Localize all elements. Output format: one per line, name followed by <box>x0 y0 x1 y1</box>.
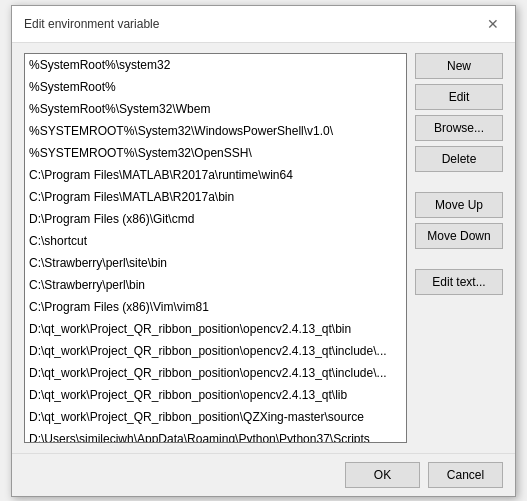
dialog-title: Edit environment variable <box>24 17 159 31</box>
list-item[interactable]: D:\Users\simileciwh\AppData\Roaming\Pyth… <box>25 428 406 443</box>
dialog: Edit environment variable ✕ %SystemRoot%… <box>11 5 516 497</box>
list-item[interactable]: C:\Program Files (x86)\Vim\vim81 <box>25 296 406 318</box>
edit-button[interactable]: Edit <box>415 84 503 110</box>
title-bar: Edit environment variable ✕ <box>12 6 515 43</box>
list-item[interactable]: %SYSTEMROOT%\System32\OpenSSH\ <box>25 142 406 164</box>
list-item[interactable]: %SystemRoot%\System32\Wbem <box>25 98 406 120</box>
list-item[interactable]: C:\Program Files\MATLAB\R2017a\bin <box>25 186 406 208</box>
list-item[interactable]: C:\shortcut <box>25 230 406 252</box>
cancel-button[interactable]: Cancel <box>428 462 503 488</box>
list-item[interactable]: %SYSTEMROOT%\System32\WindowsPowerShell\… <box>25 120 406 142</box>
list-item[interactable]: C:\Strawberry\perl\site\bin <box>25 252 406 274</box>
edit-text-button[interactable]: Edit text... <box>415 269 503 295</box>
move-down-button[interactable]: Move Down <box>415 223 503 249</box>
ok-button[interactable]: OK <box>345 462 420 488</box>
env-variable-list[interactable]: %SystemRoot%\system32%SystemRoot%%System… <box>24 53 407 443</box>
buttons-panel: New Edit Browse... Delete Move Up Move D… <box>415 53 503 443</box>
delete-button[interactable]: Delete <box>415 146 503 172</box>
list-item[interactable]: C:\Program Files\MATLAB\R2017a\runtime\w… <box>25 164 406 186</box>
list-item[interactable]: D:\Program Files (x86)\Git\cmd <box>25 208 406 230</box>
list-item[interactable]: %SystemRoot% <box>25 76 406 98</box>
list-item[interactable]: D:\qt_work\Project_QR_ribbon_position\op… <box>25 318 406 340</box>
list-item[interactable]: D:\qt_work\Project_QR_ribbon_position\op… <box>25 384 406 406</box>
dialog-body: %SystemRoot%\system32%SystemRoot%%System… <box>12 43 515 453</box>
list-item[interactable]: %SystemRoot%\system32 <box>25 54 406 76</box>
move-up-button[interactable]: Move Up <box>415 192 503 218</box>
close-button[interactable]: ✕ <box>483 14 503 34</box>
dialog-footer: OK Cancel <box>12 453 515 496</box>
list-item[interactable]: D:\qt_work\Project_QR_ribbon_position\QZ… <box>25 406 406 428</box>
new-button[interactable]: New <box>415 53 503 79</box>
list-item[interactable]: D:\qt_work\Project_QR_ribbon_position\op… <box>25 362 406 384</box>
browse-button[interactable]: Browse... <box>415 115 503 141</box>
list-item[interactable]: D:\qt_work\Project_QR_ribbon_position\op… <box>25 340 406 362</box>
list-item[interactable]: C:\Strawberry\perl\bin <box>25 274 406 296</box>
